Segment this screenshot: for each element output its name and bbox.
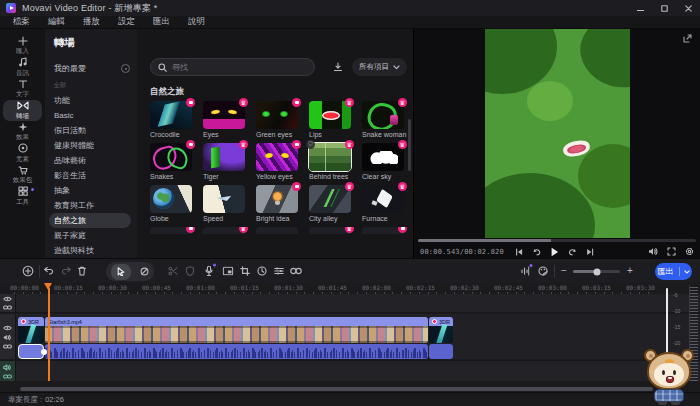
record-voiceover-mic-icon[interactable] <box>205 266 213 277</box>
rail-item-effects[interactable]: 效果 <box>3 121 42 143</box>
rail-item-import[interactable]: 匯入 <box>3 35 42 57</box>
clip-speed-clock-icon[interactable] <box>257 266 267 276</box>
category-item[interactable]: Basic <box>49 108 131 123</box>
main-audio-clip[interactable] <box>45 344 428 359</box>
audio-levels-icon[interactable] <box>521 266 530 276</box>
close-button[interactable] <box>676 0 700 16</box>
redo-button[interactable] <box>61 267 72 276</box>
transition-item[interactable]: Speed <box>203 185 245 222</box>
transition-item[interactable]: Tiger <box>203 143 245 180</box>
category-item[interactable]: 親子家庭 <box>49 228 131 243</box>
category-item[interactable]: 教育與工作 <box>49 198 131 213</box>
rail-item-audio[interactable]: 音訊 <box>3 57 42 79</box>
menu-edit[interactable]: 編輯 <box>39 16 74 28</box>
preview-seekbar[interactable] <box>418 239 696 242</box>
category-item[interactable]: 品味藝術 <box>49 153 131 168</box>
menu-settings[interactable]: 設定 <box>109 16 144 28</box>
speaker-icon[interactable] <box>3 364 12 371</box>
shield-icon[interactable] <box>186 266 195 276</box>
rail-item-tools[interactable]: 工具 <box>3 186 42 208</box>
category-item[interactable]: 影音生活 <box>49 168 131 183</box>
color-palette-icon[interactable] <box>538 266 548 276</box>
transition-item[interactable]: Eyes <box>203 101 245 138</box>
detach-preview-icon[interactable] <box>683 34 692 43</box>
menu-export[interactable]: 匯出 <box>144 16 179 28</box>
filter-dropdown[interactable]: 所有項目 <box>352 58 407 76</box>
fullscreen-icon[interactable] <box>667 247 676 256</box>
menu-help[interactable]: 說明 <box>179 16 214 28</box>
transition-item-selected[interactable]: Behind trees <box>309 143 351 180</box>
add-media-icon[interactable] <box>22 265 34 277</box>
rail-item-titles[interactable]: 文字 <box>3 78 42 100</box>
search-box[interactable] <box>150 58 315 76</box>
timeline-horizontal-scrollbar[interactable] <box>20 387 653 391</box>
favorites-row[interactable]: 我的最愛 <box>54 63 130 74</box>
delete-trash-icon[interactable] <box>78 266 87 276</box>
undo-button[interactable] <box>44 267 55 276</box>
outro-audio-clip[interactable] <box>429 344 453 359</box>
zoom-in-button[interactable]: + <box>627 266 633 276</box>
transition-item[interactable]: Snakes <box>150 143 192 180</box>
minimize-button[interactable] <box>628 0 652 16</box>
link-icon[interactable] <box>3 374 12 379</box>
transition-item[interactable]: Furnace <box>362 185 404 222</box>
slip-tool-button[interactable] <box>140 267 149 276</box>
select-tool-button[interactable] <box>111 264 131 280</box>
split-scissors-icon[interactable] <box>168 266 178 276</box>
category-item[interactable]: 功能 <box>49 93 131 108</box>
link-icon[interactable] <box>3 344 12 349</box>
zoom-out-button[interactable]: − <box>561 266 567 276</box>
selected-audio-clip[interactable] <box>18 344 44 359</box>
transition-item[interactable]: Green eyes <box>256 101 298 138</box>
transition-item[interactable]: Clear sky <box>362 143 404 180</box>
previous-frame-button[interactable] <box>515 248 523 256</box>
rail-item-transitions[interactable]: 轉場 <box>3 100 42 122</box>
menu-playback[interactable]: 播放 <box>74 16 109 28</box>
transition-item[interactable]: City alley <box>309 185 351 222</box>
transition-item[interactable]: Lips <box>309 101 351 138</box>
download-icon[interactable] <box>333 62 343 72</box>
rail-item-elements[interactable]: 元素 <box>3 143 42 165</box>
export-button[interactable]: 匯出 <box>655 263 692 280</box>
category-item-selected[interactable]: 自然之旅 <box>49 213 131 228</box>
search-input[interactable] <box>172 63 292 72</box>
next-frame-button[interactable] <box>586 248 594 256</box>
rail-item-effects-store[interactable]: 效果包 <box>3 164 42 186</box>
main-video-clip[interactable]: Starfish3.mp4 <box>45 317 428 343</box>
picture-in-picture-icon[interactable] <box>223 267 234 276</box>
transition-item[interactable]: Bright idea <box>256 185 298 222</box>
transition-item[interactable]: Snake woman <box>362 101 404 138</box>
category-item[interactable]: 抽象 <box>49 183 131 198</box>
transition-item[interactable] <box>362 227 404 234</box>
track-lane[interactable] <box>16 361 700 381</box>
eye-icon[interactable] <box>3 325 12 331</box>
eye-icon[interactable] <box>3 296 12 302</box>
category-item[interactable]: 健康與體能 <box>49 138 131 153</box>
favorite-heart-icon[interactable] <box>306 140 315 149</box>
outro-clip[interactable]: 3DR <box>429 317 453 343</box>
color-adjustments-sliders-icon[interactable] <box>274 267 284 276</box>
transition-wizard-icon[interactable] <box>290 267 302 275</box>
transition-item[interactable] <box>203 227 245 234</box>
volume-icon[interactable] <box>648 247 658 256</box>
menu-file[interactable]: 檔案 <box>4 16 39 28</box>
maximize-button[interactable] <box>652 0 676 16</box>
category-item[interactable]: 假日活動 <box>49 123 131 138</box>
timeline-zoom-slider[interactable] <box>573 270 620 273</box>
video-preview[interactable] <box>485 29 630 238</box>
category-item[interactable]: 遊戲與科技 <box>49 243 131 258</box>
library-scrollbar[interactable] <box>408 119 411 171</box>
preview-settings-gear-icon[interactable] <box>685 247 694 256</box>
track-lane[interactable] <box>16 294 700 312</box>
jump-back-button[interactable] <box>532 248 541 256</box>
play-button[interactable] <box>550 247 559 257</box>
transition-item[interactable]: Globe <box>150 185 192 222</box>
intro-clip[interactable]: 3DR <box>18 317 44 343</box>
transition-item[interactable]: Crocodile <box>150 101 192 138</box>
zoom-slider-knob[interactable] <box>593 268 600 275</box>
crop-rotate-icon[interactable] <box>240 266 250 276</box>
transition-item[interactable] <box>309 227 351 234</box>
link-icon[interactable] <box>3 305 12 310</box>
transition-item[interactable]: Yellow eyes <box>256 143 298 180</box>
jump-forward-button[interactable] <box>568 248 577 256</box>
